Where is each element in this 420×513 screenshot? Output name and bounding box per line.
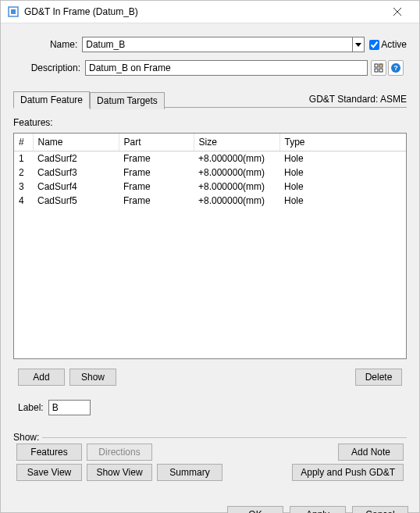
cell-name: CadSurf5 [33, 194, 119, 208]
cell-idx: 2 [14, 166, 33, 180]
cell-size: +8.000000(mm) [194, 180, 279, 194]
active-checkbox[interactable] [369, 40, 379, 50]
directions-button: Directions [87, 444, 152, 461]
summary-button[interactable]: Summary [157, 464, 222, 481]
svg-rect-1 [11, 9, 16, 14]
features-button[interactable]: Features [16, 444, 82, 461]
svg-rect-5 [375, 64, 378, 67]
cell-part: Frame [119, 166, 194, 180]
apply-push-button[interactable]: Apply and Push GD&T [292, 464, 404, 481]
description-label: Description: [13, 62, 85, 73]
ok-button[interactable]: OK [227, 506, 283, 513]
cancel-button[interactable]: Cancel [352, 506, 408, 513]
label-label: Label: [18, 402, 44, 413]
app-icon [7, 5, 20, 18]
svg-rect-8 [379, 69, 383, 72]
tab-spacer [165, 107, 304, 108]
help-icon-button[interactable]: ? [388, 60, 404, 76]
cell-idx: 1 [14, 151, 33, 166]
col-index[interactable]: # [14, 134, 33, 151]
svg-text:?: ? [393, 64, 398, 72]
name-row: Name: Active [13, 36, 407, 53]
cell-idx: 4 [14, 194, 33, 208]
cell-part: Frame [119, 194, 194, 208]
table-row[interactable]: 1CadSurf2Frame+8.000000(mm)Hole [14, 151, 406, 166]
show-button[interactable]: Show [69, 369, 116, 386]
cell-size: +8.000000(mm) [194, 166, 279, 180]
show-section: Show: Features Directions Add Note Save … [13, 433, 407, 486]
grid-icon-button[interactable] [371, 60, 386, 76]
feature-buttons-row: Add Show Delete [13, 369, 407, 386]
svg-rect-7 [375, 69, 378, 72]
label-row: Label: [13, 400, 407, 415]
table-row[interactable]: 3CadSurf4Frame+8.000000(mm)Hole [14, 180, 406, 194]
description-row: Description: ? [13, 59, 407, 77]
cell-idx: 3 [14, 180, 33, 194]
cell-size: +8.000000(mm) [194, 194, 279, 208]
description-input[interactable] [85, 60, 368, 76]
gdt-standard-label: GD&T Standard: ASME [304, 91, 407, 108]
col-size[interactable]: Size [194, 134, 279, 151]
svg-point-9 [380, 64, 383, 66]
tab-datum-targets[interactable]: Datum Targets [90, 92, 165, 109]
table-row[interactable]: 2CadSurf3Frame+8.000000(mm)Hole [14, 166, 406, 180]
save-view-button[interactable]: Save View [16, 464, 82, 481]
active-checkbox-wrap[interactable]: Active [369, 39, 407, 50]
cell-name: CadSurf2 [33, 151, 119, 166]
cell-type: Hole [279, 151, 406, 166]
cell-part: Frame [119, 180, 194, 194]
name-label: Name: [13, 39, 82, 50]
dialog-content: Name: Active Description: [1, 23, 419, 498]
add-note-button[interactable]: Add Note [338, 444, 404, 461]
col-part[interactable]: Part [119, 134, 194, 151]
title-bar: GD&T In Frame (Datum_B) [1, 1, 419, 23]
delete-button[interactable]: Delete [355, 369, 402, 386]
cell-name: CadSurf3 [33, 166, 119, 180]
cell-name: CadSurf4 [33, 180, 119, 194]
grid-header-row: # Name Part Size Type [14, 134, 406, 151]
window-title: GD&T In Frame (Datum_B) [24, 6, 382, 17]
svg-marker-4 [355, 43, 361, 47]
name-dropdown-arrow[interactable] [353, 37, 365, 52]
add-button[interactable]: Add [18, 369, 65, 386]
cell-type: Hole [279, 166, 406, 180]
apply-button[interactable]: Apply [290, 506, 346, 513]
dialog-window: GD&T In Frame (Datum_B) Name: Active Des… [0, 0, 420, 513]
show-view-button[interactable]: Show View [87, 464, 152, 481]
active-label: Active [381, 39, 407, 50]
cell-part: Frame [119, 151, 194, 166]
tabs: Datum Feature Datum Targets [13, 91, 165, 108]
col-type[interactable]: Type [279, 134, 406, 151]
cell-type: Hole [279, 194, 406, 208]
tab-datum-feature[interactable]: Datum Feature [13, 91, 90, 109]
label-input[interactable] [48, 400, 91, 415]
show-legend: Show: [13, 432, 42, 443]
description-icon-group: ? [371, 60, 404, 76]
cell-type: Hole [279, 180, 406, 194]
tab-row: Datum Feature Datum Targets GD&T Standar… [13, 91, 407, 108]
features-grid[interactable]: # Name Part Size Type 1CadSurf2Frame+8.0… [13, 133, 407, 359]
close-button[interactable] [382, 1, 413, 23]
table-row[interactable]: 4CadSurf5Frame+8.000000(mm)Hole [14, 194, 406, 208]
dialog-button-row: OK Apply Cancel [1, 498, 419, 513]
name-input[interactable] [82, 37, 353, 52]
cell-size: +8.000000(mm) [194, 151, 279, 166]
col-name[interactable]: Name [33, 134, 119, 151]
features-label: Features: [13, 117, 407, 128]
